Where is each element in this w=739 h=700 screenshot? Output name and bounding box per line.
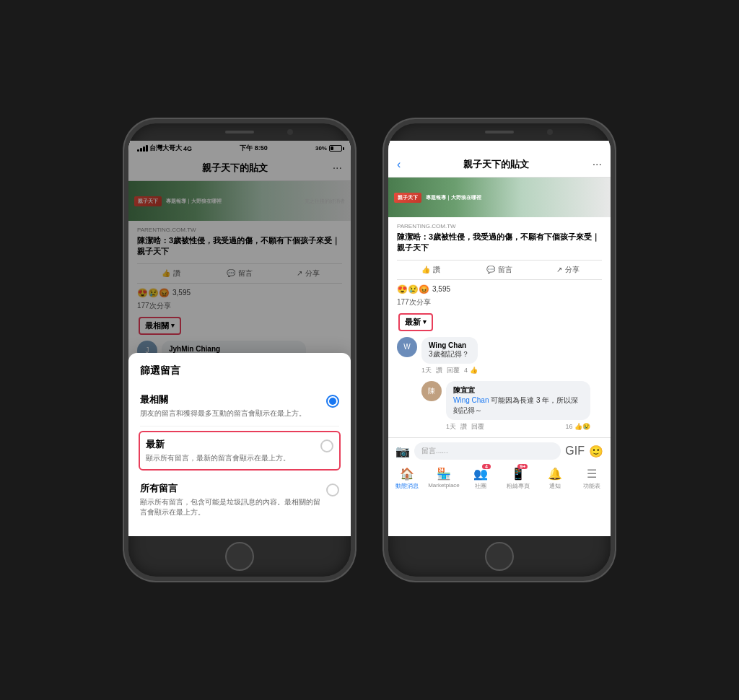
share-label-right: 分享 bbox=[565, 265, 580, 275]
nav-item-marketplace[interactable]: 🏪 Marketplace bbox=[425, 464, 462, 493]
left-phone-screen: 台灣大哥大 4G 下午 8:50 30% 親子天下的貼文 ··· 親子天下 bbox=[128, 141, 351, 536]
filter-option-name-1: 最相關 bbox=[140, 393, 326, 406]
nav-label-groups: 社團 bbox=[475, 482, 486, 490]
filter-option-desc-3: 顯示所有留言，包含可能是垃圾訊息的內容。最相關的留言會顯示在最上方。 bbox=[140, 497, 326, 517]
nav-item-groups[interactable]: 👥 4 社團 bbox=[463, 464, 499, 493]
radio-unselected-icon bbox=[320, 439, 333, 452]
filter-option-desc-2: 顯示所有留言，最新的留言會顯示在最上方。 bbox=[146, 453, 320, 463]
status-bar-right bbox=[388, 141, 611, 152]
groups-badge: 4 bbox=[482, 464, 491, 469]
home-button-right[interactable] bbox=[485, 542, 514, 571]
comment-text-1: 3歲都記得？ bbox=[429, 349, 471, 359]
like-button-right[interactable]: 👍 讚 bbox=[397, 265, 465, 275]
share-button-right[interactable]: ↗ 分享 bbox=[533, 265, 602, 275]
filter-label-right: 最新 bbox=[405, 317, 421, 328]
nav-item-notifications[interactable]: 🔔 通知 bbox=[536, 464, 573, 493]
nav-item-menu[interactable]: ☰ 功能表 bbox=[574, 464, 611, 493]
right-phone: ‹ 親子天下的貼文 ··· 親子天下 專題報導｜大野狼在哪裡 PARENTING… bbox=[384, 119, 615, 581]
filter-button-right[interactable]: 最新 ▾ bbox=[398, 313, 433, 331]
comment-time-1: 1天 bbox=[421, 366, 432, 375]
like-count-2: 16 👍😢 bbox=[565, 423, 590, 430]
filter-bar-right: 最新 ▾ bbox=[397, 313, 602, 331]
camera-icon[interactable]: 📷 bbox=[395, 445, 410, 458]
filter-bottom-sheet: 篩選留言 最相關 朋友的留言和獲得最多互動的留言會顯示在最上方。 bbox=[128, 353, 351, 536]
nav-label-pages: 粉絲專頁 bbox=[507, 482, 530, 490]
comment-text-2: Wing Chan 可能因為長達 3 年，所以深刻記得～ bbox=[453, 395, 583, 416]
commenter-name-2: 陳宜宜 bbox=[453, 385, 583, 395]
comment-time-2: 1天 bbox=[446, 422, 456, 432]
mention-name-2: Wing Chan bbox=[453, 396, 489, 404]
phone-camera-right bbox=[547, 129, 553, 135]
home-icon: 🏠 bbox=[400, 467, 414, 481]
post-source-right: PARENTING.COM.TW bbox=[397, 223, 602, 229]
marketplace-icon: 🏪 bbox=[437, 467, 451, 481]
right-phone-screen: ‹ 親子天下的貼文 ··· 親子天下 專題報導｜大野狼在哪裡 PARENTING… bbox=[388, 141, 611, 536]
comment-item-1: W Wing Chan 3歲都記得？ 1天 讚 回覆 4 👍 bbox=[397, 337, 602, 375]
chevron-down-icon-right: ▾ bbox=[423, 318, 427, 325]
radio-unselected-icon-2 bbox=[326, 484, 339, 496]
radio-selected-icon bbox=[326, 395, 339, 408]
menu-icon: ☰ bbox=[587, 467, 597, 481]
phone-camera bbox=[287, 129, 293, 135]
post-title-right: 陳潔晧：3歲被性侵，我受過的傷，不願有下個孩子來受｜親子天下 bbox=[397, 232, 602, 254]
phone-speaker-right bbox=[485, 131, 514, 134]
nav-label-marketplace: Marketplace bbox=[428, 482, 460, 489]
comment-like-1[interactable]: 讚 bbox=[436, 366, 442, 375]
commenter-name-1: Wing Chan bbox=[429, 341, 471, 349]
avatar-2: 陳 bbox=[421, 381, 442, 401]
comment-reply-2[interactable]: 回覆 bbox=[471, 422, 484, 432]
filter-option-all[interactable]: 所有留言 顯示所有留言，包含可能是垃圾訊息的內容。最相關的留言會顯示在最上方。 bbox=[140, 475, 339, 525]
nav-more-button-right[interactable]: ··· bbox=[592, 158, 602, 171]
comment-input[interactable]: 留言...... bbox=[414, 442, 561, 460]
comment-label-right: 留言 bbox=[498, 265, 512, 275]
comment-reply-1[interactable]: 回覆 bbox=[447, 366, 460, 375]
filter-option-newest[interactable]: 最新 顯示所有留言，最新的留言會顯示在最上方。 bbox=[139, 431, 341, 471]
reaction-count-right: 3,595 bbox=[432, 285, 450, 293]
nav-bar-right: ‹ 親子天下的貼文 ··· bbox=[388, 152, 611, 178]
nav-label-menu: 功能表 bbox=[583, 482, 600, 490]
nav-item-pages[interactable]: 📱 9+ 粉絲專頁 bbox=[499, 464, 536, 493]
share-count-right: 177次分享 bbox=[397, 297, 602, 307]
bottom-sheet-title: 篩選留言 bbox=[140, 364, 339, 377]
like-icon-right: 👍 bbox=[421, 266, 430, 274]
post-content: 親子天下 專題報導｜大野狼在哪裡 充之往後的好消者 PARENTING.COM.… bbox=[128, 181, 351, 536]
comment-button-right[interactable]: 💬 留言 bbox=[465, 265, 534, 275]
pages-badge: 9+ bbox=[517, 464, 528, 469]
nav-label-notifications: 通知 bbox=[549, 482, 561, 490]
home-button[interactable] bbox=[225, 542, 254, 571]
comment-meta-2: 1天 讚 回覆 16 👍😢 bbox=[446, 422, 590, 432]
comment-bubble-2: 陳宜宜 Wing Chan 可能因為長達 3 年，所以深刻記得～ bbox=[446, 381, 590, 420]
comment-meta-1: 1天 讚 回覆 4 👍 bbox=[421, 366, 478, 375]
filter-option-desc-1: 朋友的留言和獲得最多互動的留言會顯示在最上方。 bbox=[140, 408, 326, 419]
filter-option-relevant[interactable]: 最相關 朋友的留言和獲得最多互動的留言會顯示在最上方。 bbox=[140, 386, 339, 426]
post-actions-right: 👍 讚 💬 留言 ↗ 分享 bbox=[397, 260, 602, 280]
reactions-right: 😍😢😡 3,595 bbox=[397, 284, 602, 294]
notification-icon: 🔔 bbox=[548, 467, 562, 481]
post-tag-text-right: 專題報導｜大野狼在哪裡 bbox=[426, 194, 605, 201]
filter-option-name-2: 最新 bbox=[146, 438, 320, 451]
bottom-nav: 🏠 動態消息 🏪 Marketplace 👥 4 社團 📱 9+ 粉絲專頁 🔔 … bbox=[388, 460, 611, 496]
nav-title-right: 親子天下的貼文 bbox=[401, 158, 592, 171]
nav-item-home[interactable]: 🏠 動態消息 bbox=[388, 464, 425, 493]
comment-placeholder: 留言...... bbox=[421, 447, 448, 455]
gif-icon[interactable]: GIF bbox=[565, 445, 585, 458]
comment-bubble-1: Wing Chan 3歲都記得？ bbox=[421, 337, 478, 364]
left-phone: 台灣大哥大 4G 下午 8:50 30% 親子天下的貼文 ··· 親子天下 bbox=[124, 119, 355, 581]
post-header-image-right: 親子天下 專題報導｜大野狼在哪裡 bbox=[388, 178, 611, 217]
avatar-1: W bbox=[397, 337, 417, 357]
share-icon-right: ↗ bbox=[556, 266, 562, 274]
post-tag-right: 親子天下 bbox=[394, 193, 421, 203]
reaction-emojis-right: 😍😢😡 bbox=[397, 284, 429, 294]
like-count-1: 4 👍 bbox=[464, 367, 478, 374]
like-label-right: 讚 bbox=[433, 265, 440, 275]
filter-option-name-3: 所有留言 bbox=[140, 482, 326, 495]
emoji-icon[interactable]: 🙂 bbox=[589, 445, 603, 458]
phone-speaker bbox=[225, 131, 254, 134]
comment-like-label-2[interactable]: 讚 bbox=[460, 422, 467, 432]
comment-icon-right: 💬 bbox=[486, 266, 495, 274]
comment-item-2: 陳 陳宜宜 Wing Chan 可能因為長達 3 年，所以深刻記得～ 1天 讚 … bbox=[397, 381, 602, 432]
comment-input-bar: 📷 留言...... GIF 🙂 bbox=[388, 437, 611, 464]
nav-label-home: 動態消息 bbox=[395, 482, 419, 490]
